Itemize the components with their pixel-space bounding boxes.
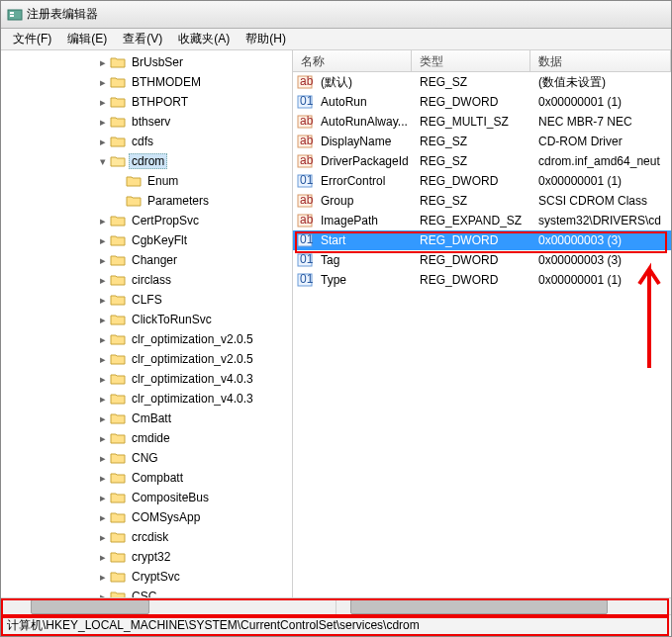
expand-icon[interactable]: ▸: [96, 432, 110, 445]
tree-label: COMSysApp: [129, 509, 203, 525]
tree-item[interactable]: ▸cmdide: [1, 428, 292, 448]
expand-icon[interactable]: ▸: [96, 511, 110, 524]
list-h-scrollbar[interactable]: [336, 598, 671, 614]
expand-icon[interactable]: ▸: [96, 393, 110, 406]
list-row[interactable]: 011AutoRunREG_DWORD0x00000001 (1): [293, 92, 671, 112]
expand-icon[interactable]: ▾: [96, 155, 110, 168]
menu-favorites[interactable]: 收藏夹(A): [170, 29, 238, 49]
expand-icon[interactable]: ▸: [96, 294, 110, 307]
tree-item[interactable]: ▸cdfs: [1, 132, 292, 151]
tree-label: CNG: [129, 450, 161, 466]
svg-text:011: 011: [300, 94, 313, 108]
tree-item[interactable]: ▸BTHPORT: [1, 92, 292, 112]
list-row[interactable]: abGroupREG_SZSCSI CDROM Class: [293, 191, 671, 211]
expand-icon[interactable]: ▸: [96, 571, 110, 584]
tree-label: CertPropSvc: [129, 213, 202, 228]
tree-item[interactable]: ▸crypt32: [1, 547, 292, 567]
expand-icon[interactable]: ▸: [96, 136, 110, 148]
tree-item[interactable]: ▸CertPropSvc: [1, 211, 292, 230]
menu-view[interactable]: 查看(V): [115, 29, 170, 49]
tree-item[interactable]: ▸circlass: [1, 270, 292, 290]
expand-icon[interactable]: ▸: [96, 472, 110, 485]
tree-item[interactable]: ▸Changer: [1, 250, 292, 270]
expand-icon[interactable]: ▸: [96, 96, 110, 109]
tree-item[interactable]: ▸Compbatt: [1, 468, 292, 488]
tree-item[interactable]: ▸clr_optimization_v4.0.3: [1, 389, 292, 409]
expand-icon[interactable]: ▸: [96, 353, 110, 366]
cell-data: NEC MBR-7 NEC: [530, 114, 671, 130]
expand-icon[interactable]: ▸: [96, 373, 110, 386]
svg-text:ab: ab: [300, 74, 313, 88]
col-header-name[interactable]: 名称: [293, 50, 412, 71]
tree-label: ClickToRunSvc: [129, 312, 215, 327]
cell-type: REG_DWORD: [412, 232, 530, 248]
tree-item[interactable]: ▸CLFS: [1, 290, 292, 310]
list-panel[interactable]: 名称 类型 数据 ab(默认)REG_SZ(数值未设置)011AutoRunRE…: [293, 50, 671, 597]
expand-icon[interactable]: ▸: [96, 551, 110, 564]
tree-item[interactable]: ▸CmBatt: [1, 409, 292, 428]
cell-data: cdrom.inf_amd64_neut: [530, 153, 671, 169]
expand-icon[interactable]: ▸: [96, 314, 110, 326]
svg-rect-2: [10, 15, 14, 17]
tree-item[interactable]: Parameters: [1, 191, 292, 211]
tree-panel[interactable]: ▸BrUsbSer▸BTHMODEM▸BTHPORT▸bthserv▸cdfs▾…: [1, 50, 293, 597]
tree-item[interactable]: ▸clr_optimization_v4.0.3: [1, 369, 292, 389]
statusbar: 计算机\HKEY_LOCAL_MACHINE\SYSTEM\CurrentCon…: [1, 614, 671, 636]
tree-item[interactable]: ▸bthserv: [1, 112, 292, 132]
tree-item[interactable]: ▸CgbKeyFlt: [1, 230, 292, 250]
list-row[interactable]: 011StartREG_DWORD0x00000003 (3): [293, 230, 671, 250]
expand-icon[interactable]: ▸: [96, 116, 110, 129]
list-row[interactable]: 011ErrorControlREG_DWORD0x00000001 (1): [293, 171, 671, 191]
cell-name: AutoRunAlway...: [313, 114, 412, 130]
expand-icon[interactable]: ▸: [96, 254, 110, 267]
list-row[interactable]: abAutoRunAlway...REG_MULTI_SZNEC MBR-7 N…: [293, 112, 671, 132]
expand-icon[interactable]: ▸: [96, 56, 110, 69]
expand-icon[interactable]: ▸: [96, 412, 110, 425]
tree-item[interactable]: Enum: [1, 171, 292, 191]
expand-icon[interactable]: ▸: [96, 531, 110, 544]
tree-item[interactable]: ▸clr_optimization_v2.0.5: [1, 349, 292, 369]
cell-data: 0x00000001 (1): [530, 173, 671, 189]
tree-item[interactable]: ▸ClickToRunSvc: [1, 310, 292, 329]
expand-icon[interactable]: ▸: [96, 76, 110, 89]
tree-item[interactable]: ▸crcdisk: [1, 527, 292, 547]
tree-label: Parameters: [144, 193, 212, 209]
list-row[interactable]: 011TypeREG_DWORD0x00000001 (1): [293, 270, 671, 290]
cell-name: ErrorControl: [313, 173, 412, 189]
expand-icon[interactable]: ▸: [96, 274, 110, 287]
regedit-icon: [7, 7, 23, 23]
menu-edit[interactable]: 编辑(E): [59, 29, 115, 49]
expand-icon[interactable]: ▸: [96, 492, 110, 504]
list-row[interactable]: 011TagREG_DWORD0x00000003 (3): [293, 250, 671, 270]
expand-icon[interactable]: ▸: [96, 215, 110, 228]
list-row[interactable]: abImagePathREG_EXPAND_SZsystem32\DRIVERS…: [293, 211, 671, 230]
cell-type: REG_SZ: [412, 153, 530, 169]
expand-icon[interactable]: ▸: [96, 234, 110, 247]
svg-text:011: 011: [300, 272, 313, 286]
tree-item[interactable]: ▸CompositeBus: [1, 488, 292, 507]
menu-help[interactable]: 帮助(H): [238, 29, 294, 49]
tree-item[interactable]: ▸CNG: [1, 448, 292, 468]
tree-item[interactable]: ▸clr_optimization_v2.0.5: [1, 329, 292, 349]
tree-item[interactable]: ▾cdrom: [1, 151, 292, 171]
tree-h-scrollbar[interactable]: [1, 598, 336, 614]
list-row[interactable]: abDriverPackageIdREG_SZcdrom.inf_amd64_n…: [293, 151, 671, 171]
tree-item[interactable]: ▸BTHMODEM: [1, 72, 292, 92]
tree-item[interactable]: ▸COMSysApp: [1, 507, 292, 527]
expand-icon[interactable]: ▸: [96, 333, 110, 346]
list-row[interactable]: abDisplayNameREG_SZCD-ROM Driver: [293, 132, 671, 151]
list-row[interactable]: ab(默认)REG_SZ(数值未设置): [293, 72, 671, 92]
tree-item[interactable]: ▸CryptSvc: [1, 567, 292, 587]
col-header-type[interactable]: 类型: [412, 50, 530, 71]
menu-file[interactable]: 文件(F): [5, 29, 59, 49]
tree-item[interactable]: ▸CSC: [1, 587, 292, 597]
tree-item[interactable]: ▸BrUsbSer: [1, 52, 292, 72]
expand-icon[interactable]: ▸: [96, 591, 110, 598]
cell-data: 0x00000003 (3): [530, 252, 671, 268]
tree-label: clr_optimization_v2.0.5: [129, 331, 256, 347]
svg-text:ab: ab: [300, 134, 313, 147]
cell-name: Type: [313, 272, 412, 288]
tree-label: cdrom: [129, 153, 167, 169]
expand-icon[interactable]: ▸: [96, 452, 110, 465]
col-header-data[interactable]: 数据: [530, 50, 671, 71]
